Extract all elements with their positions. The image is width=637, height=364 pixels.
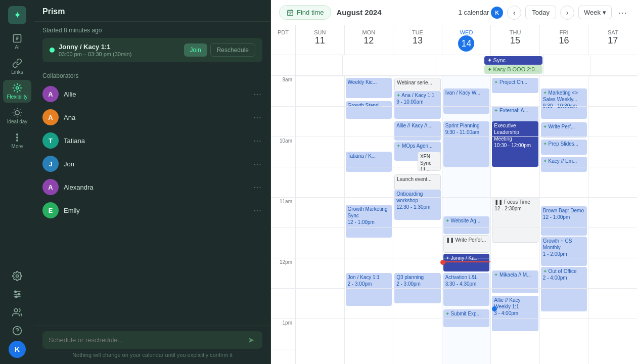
sun-all-day: [295, 55, 342, 75]
panel: Prism Started 8 minutes ago Jonny / Kacy…: [34, 0, 271, 364]
collaborator-name: Allie: [64, 90, 247, 98]
send-button[interactable]: ➤: [246, 335, 256, 345]
list-item[interactable]: J Jon ⋯: [34, 152, 270, 175]
input-row: ➤: [42, 331, 262, 349]
list-item[interactable]: E Emily ⋯: [34, 199, 270, 222]
thu-all-day: ✦ Sync ✦ Kacy B OOO 2:0...: [483, 55, 543, 75]
meeting-name: Jonny / Kacy 1:1: [59, 43, 131, 51]
calendar-header-right: 1 calendar K ‹ Today › Week ▾ ⋯: [459, 6, 629, 20]
avatar: T: [42, 132, 59, 149]
panel-input-area: ➤ Nothing will change on your calendar u…: [34, 326, 270, 364]
calendar-view-button[interactable]: Week ▾: [578, 6, 612, 19]
current-time-line: [442, 261, 491, 262]
calendar-prev-button[interactable]: ‹: [507, 6, 521, 20]
event-brown-bag[interactable]: Brown Bag: Demo12 - 1:00pm: [541, 206, 587, 236]
more-options-icon[interactable]: ⋯: [252, 113, 262, 122]
people-button[interactable]: [3, 304, 31, 321]
calendar-today-button[interactable]: Today: [525, 6, 556, 19]
event-exec-leadership[interactable]: Executive Leadership Meeting10:30 - 12:0…: [492, 121, 538, 167]
event-growth-marketing-sync[interactable]: Growth Marketing Sync12 - 1:00pm: [346, 205, 392, 238]
help-button[interactable]: [3, 323, 31, 339]
event-website-agenda[interactable]: ✦ Website Ag...: [443, 216, 490, 234]
sync-event[interactable]: ✦ Sync: [484, 56, 542, 65]
time-11am: 11am: [271, 197, 295, 228]
more-options-icon[interactable]: ⋯: [252, 183, 262, 192]
collaborator-name: Ana: [64, 114, 247, 121]
calendar-next-button[interactable]: ›: [560, 6, 574, 20]
list-item[interactable]: A Allie ⋯: [34, 82, 270, 106]
calendar-header: Find time August 2024 1 calendar K ‹ Tod…: [271, 0, 637, 25]
event-focus-time[interactable]: ❚❚ Focus Time12 - 2:30pm: [492, 197, 538, 243]
more-options-icon[interactable]: ⋯: [252, 206, 262, 215]
kacy-ooo-event[interactable]: ✦ Kacy B OOO 2:0...: [484, 65, 542, 74]
collaborator-name: Emily: [64, 207, 247, 214]
event-webinar-series[interactable]: Webinar serie...: [394, 78, 441, 92]
day-header-tue: TUE 13: [393, 25, 442, 55]
more-options-icon[interactable]: ⋯: [252, 159, 262, 169]
list-item[interactable]: T Tatiana ⋯: [34, 129, 270, 152]
find-time-button[interactable]: Find time: [279, 5, 331, 20]
event-jonny-kacy-wed[interactable]: ✦ Jonny / Ka...: [443, 254, 490, 271]
sidebar-item-ideal-day[interactable]: Ideal day: [3, 105, 31, 127]
event-sprint-planning[interactable]: Sprint Planning9:30 - 11:00am: [443, 121, 490, 167]
day-header-sat: SAT 17: [588, 25, 637, 55]
time-1230: [271, 288, 295, 318]
event-mikaela[interactable]: ✦ Mikaela // M...: [492, 270, 538, 293]
event-allie-kacy-weekly[interactable]: Allie // Kacy Weekly 1:13 - 4:00pm: [492, 296, 538, 331]
timezone-label: PDT: [271, 25, 295, 55]
event-onboarding-workshop[interactable]: Onboarding workshop12:30 - 1:30pm: [394, 190, 441, 220]
tue-all-day: [389, 55, 436, 75]
day-header-wed: WED 14: [442, 25, 491, 55]
user-avatar[interactable]: K: [9, 341, 26, 358]
calendar-options-button[interactable]: ⋯: [616, 6, 629, 19]
more-options-icon[interactable]: ⋯: [252, 89, 262, 99]
event-growth-cs[interactable]: Growth + CS Monthly1 - 2:00pm: [541, 237, 587, 266]
list-item[interactable]: A Alexandra ⋯: [34, 175, 270, 199]
event-write-perf-wed[interactable]: ❚❚ Write Perfor...: [443, 235, 490, 253]
day-col-sun: [295, 76, 344, 364]
event-submit-exp[interactable]: ✦ Submit Exp...: [443, 309, 490, 327]
more-options-icon[interactable]: ⋯: [252, 136, 262, 146]
settings-gear-button[interactable]: [3, 268, 31, 284]
sidebar-item-ai[interactable]: AI: [3, 30, 31, 53]
more-icon: [12, 132, 22, 143]
event-out-of-office[interactable]: ✦ Out of Office2 - 4:00pm: [541, 267, 587, 311]
event-project-checkin[interactable]: ✦ Project Ch...: [492, 78, 538, 93]
time-1030: [271, 167, 295, 197]
icon-bar: ✦ AI Links Flexibility Ideal day More: [0, 0, 34, 364]
sidebar-item-links[interactable]: Links: [3, 55, 31, 78]
app-logo[interactable]: ✦: [8, 6, 26, 24]
reschedule-button[interactable]: Reschedule: [210, 43, 255, 57]
settings-tune-button[interactable]: [3, 286, 31, 302]
day-col-tue: Webinar serie... ✦ Ana / Kacy 1:19 - 10:…: [393, 76, 442, 364]
event-q3-planning[interactable]: Q3 planning2 - 3:00pm: [394, 273, 441, 303]
event-jon-kacy[interactable]: Jon / Kacy 1:12 - 3:00pm: [346, 273, 392, 306]
event-weekly-kickoff[interactable]: Weekly Kic...: [346, 78, 392, 98]
event-kacy-em[interactable]: ✦ Kacy // Em...: [541, 157, 587, 172]
event-xfn-sync[interactable]: XFN Sync 11 -...: [418, 152, 441, 171]
collaborator-name: Jon: [64, 160, 247, 168]
join-button[interactable]: Join: [184, 43, 207, 57]
current-time-dot: [440, 260, 445, 265]
event-prep-slides[interactable]: ✦ Prep Slides...: [541, 140, 587, 155]
event-ivan-kacy[interactable]: Ivan / Kacy W...: [443, 88, 490, 114]
event-tatiana-kacy[interactable]: Tatiana / K...: [346, 152, 392, 172]
flexibility-icon: [12, 83, 22, 93]
event-allie-kacy[interactable]: Allie // Kacy //...: [394, 121, 441, 141]
event-ana-kacy[interactable]: ✦ Ana / Kacy 1:19 - 10:00am: [394, 91, 441, 119]
sidebar-item-more[interactable]: More: [3, 129, 31, 152]
avatar: A: [42, 179, 59, 195]
help-icon: [12, 326, 22, 336]
event-marketing-sales-weekly[interactable]: ✦ Marketing <> Sales Weekly...9:30 - 10:…: [541, 88, 587, 119]
event-launch-event[interactable]: Launch event...: [394, 174, 441, 191]
event-write-perf-fri[interactable]: ✦ Write Perf...: [541, 122, 587, 138]
svg-rect-11: [288, 10, 293, 15]
tune-icon: [12, 289, 22, 299]
event-activation-ll[interactable]: Activation L&L3:30 - 4:30pm: [443, 273, 490, 306]
list-item[interactable]: A Ana ⋯: [34, 106, 270, 129]
schedule-input[interactable]: [49, 336, 246, 344]
time-1130: [271, 228, 295, 258]
event-growth-standup[interactable]: Growth Stand...: [346, 101, 392, 119]
sidebar-item-flexibility[interactable]: Flexibility: [3, 80, 31, 103]
disclaimer: Nothing will change on your calendar unt…: [42, 349, 262, 359]
